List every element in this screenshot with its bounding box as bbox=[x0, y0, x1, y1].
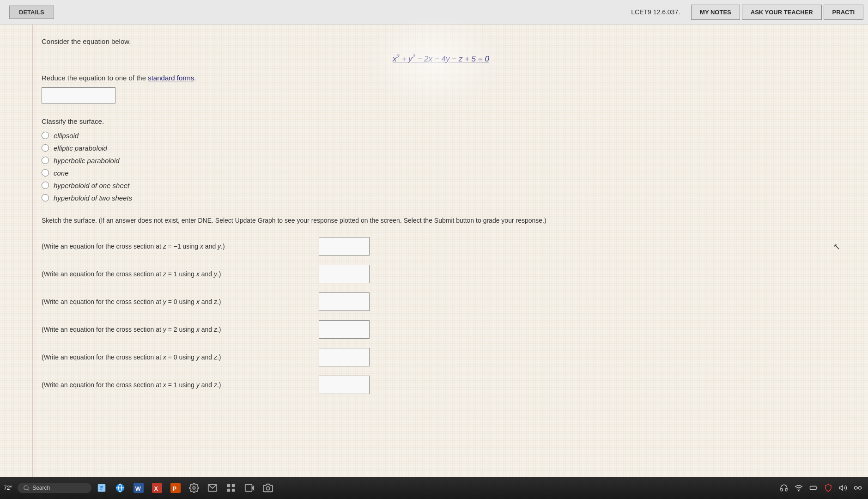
taskbar: 72° Search W X P bbox=[0, 477, 868, 499]
tab-details[interactable]: DETAILS bbox=[9, 6, 54, 19]
practice-button[interactable]: PRACTI bbox=[824, 5, 863, 20]
radio-hyperboloid-two[interactable] bbox=[42, 194, 49, 201]
radio-label-ellipsoid: ellipsoid bbox=[54, 132, 79, 140]
standard-form-input[interactable] bbox=[42, 87, 115, 103]
standard-forms-link[interactable]: standard forms bbox=[148, 74, 194, 82]
svg-rect-20 bbox=[810, 486, 817, 490]
content-area: Consider the equation below. x2 + y2 − 2… bbox=[0, 24, 868, 487]
cross-section-input-x-0[interactable] bbox=[319, 348, 370, 366]
svg-text:X: X bbox=[154, 485, 158, 492]
radio-hyperboloid-one[interactable] bbox=[42, 182, 49, 189]
svg-marker-21 bbox=[840, 486, 843, 491]
tab-group: DETAILS bbox=[9, 6, 54, 19]
taskbar-app-powerpoint[interactable]: P bbox=[167, 480, 184, 496]
cursor-arrow: ↖ bbox=[833, 242, 840, 252]
cross-section-row-x-1: (Write an equation for the cross section… bbox=[42, 376, 840, 394]
svg-point-19 bbox=[798, 490, 799, 491]
cross-section-row-z-1: (Write an equation for the cross section… bbox=[42, 265, 840, 283]
svg-rect-15 bbox=[232, 489, 235, 492]
left-margin-line bbox=[32, 24, 33, 487]
cross-section-row-x-0: (Write an equation for the cross section… bbox=[42, 348, 840, 366]
radio-label-hyperboloid-two: hyperboloid of two sheets bbox=[54, 194, 132, 202]
cross-section-label-z-neg1: (Write an equation for the cross section… bbox=[42, 243, 310, 250]
radio-item-hyperboloid-one: hyperboloid of one sheet bbox=[42, 182, 840, 189]
temperature-display: 72° bbox=[4, 485, 12, 491]
my-notes-button[interactable]: MY NOTES bbox=[691, 5, 740, 20]
reduce-label: Reduce the equation to one of the standa… bbox=[42, 74, 840, 82]
cross-section-row-y-0: (Write an equation for the cross section… bbox=[42, 292, 840, 311]
top-bar: DETAILS LCET9 12.6.037. MY NOTES ASK YOU… bbox=[0, 0, 868, 24]
radio-item-ellipsoid: ellipsoid bbox=[42, 132, 840, 140]
radio-item-hyperbolic-paraboloid: hyperbolic paraboloid bbox=[42, 157, 840, 164]
svg-line-1 bbox=[28, 489, 29, 491]
radio-label-elliptic-paraboloid: elliptic paraboloid bbox=[54, 144, 107, 152]
radio-label-hyperboloid-one: hyperboloid of one sheet bbox=[54, 182, 129, 189]
cross-section-input-y-0[interactable] bbox=[319, 292, 370, 311]
taskbar-app-x[interactable]: X bbox=[149, 480, 165, 496]
svg-text:P: P bbox=[173, 485, 177, 492]
radio-item-hyperboloid-two: hyperboloid of two sheets bbox=[42, 194, 840, 202]
svg-point-18 bbox=[266, 487, 269, 490]
equation-display: x2 + y2 − 2x − 4y − z + 5 = 0 bbox=[42, 54, 840, 64]
cross-section-label-x-1: (Write an equation for the cross section… bbox=[42, 381, 310, 389]
classify-radio-group: ellipsoid elliptic paraboloid hyperbolic… bbox=[42, 132, 840, 202]
cross-section-label-y-0: (Write an equation for the cross section… bbox=[42, 298, 310, 305]
taskbar-search-box[interactable]: Search bbox=[18, 483, 91, 493]
cross-section-input-y-2[interactable] bbox=[319, 320, 370, 339]
radio-elliptic-paraboloid[interactable] bbox=[42, 144, 49, 152]
svg-rect-13 bbox=[232, 484, 235, 487]
search-icon bbox=[23, 485, 30, 491]
taskbar-app-grid[interactable] bbox=[223, 480, 239, 496]
svg-point-0 bbox=[24, 486, 28, 490]
taskbar-app-settings[interactable] bbox=[186, 480, 202, 496]
taskbar-app-email[interactable] bbox=[204, 480, 221, 496]
taskbar-app-camera[interactable] bbox=[260, 480, 276, 496]
radio-label-cone: cone bbox=[54, 169, 69, 177]
svg-rect-14 bbox=[227, 489, 230, 492]
cross-section-input-x-1[interactable] bbox=[319, 376, 370, 394]
radio-cone[interactable] bbox=[42, 169, 49, 176]
consider-label: Consider the equation below. bbox=[42, 37, 840, 45]
cross-section-label-x-0: (Write an equation for the cross section… bbox=[42, 353, 310, 361]
taskbar-search-label: Search bbox=[32, 485, 50, 491]
taskbar-system-icon-1[interactable] bbox=[777, 481, 790, 494]
taskbar-right-section bbox=[777, 481, 864, 494]
radio-item-cone: cone bbox=[42, 169, 840, 177]
ask-teacher-button[interactable]: ASK YOUR TEACHER bbox=[742, 5, 822, 20]
taskbar-app-word[interactable]: W bbox=[130, 480, 147, 496]
taskbar-shield-icon[interactable] bbox=[822, 481, 835, 494]
cross-section-input-z-1[interactable] bbox=[319, 265, 370, 283]
cross-section-label-z-1: (Write an equation for the cross section… bbox=[42, 270, 310, 278]
taskbar-battery-icon bbox=[807, 481, 820, 494]
svg-rect-16 bbox=[245, 485, 252, 492]
classify-label: Classify the surface. bbox=[42, 117, 840, 125]
lcet-label: LCET9 12.6.037. bbox=[631, 8, 680, 16]
taskbar-wifi-icon[interactable] bbox=[792, 481, 805, 494]
radio-label-hyperbolic-paraboloid: hyperbolic paraboloid bbox=[54, 157, 120, 164]
cross-section-label-y-2: (Write an equation for the cross section… bbox=[42, 326, 310, 333]
radio-ellipsoid[interactable] bbox=[42, 132, 49, 139]
svg-point-10 bbox=[193, 487, 195, 489]
taskbar-app-video[interactable] bbox=[241, 480, 258, 496]
cross-section-input-z-neg1[interactable] bbox=[319, 237, 370, 256]
taskbar-infinity-icon[interactable] bbox=[851, 481, 864, 494]
cross-section-row-y-2: (Write an equation for the cross section… bbox=[42, 320, 840, 339]
svg-rect-12 bbox=[227, 484, 230, 487]
cross-section-row-z-neg1: (Write an equation for the cross section… bbox=[42, 237, 840, 256]
radio-item-elliptic-paraboloid: elliptic paraboloid bbox=[42, 144, 840, 152]
taskbar-volume-icon[interactable] bbox=[837, 481, 850, 494]
svg-text:W: W bbox=[135, 485, 141, 492]
sketch-instruction: Sketch the surface. (If an answer does n… bbox=[42, 216, 840, 225]
taskbar-app-files[interactable] bbox=[93, 480, 110, 496]
radio-hyperbolic-paraboloid[interactable] bbox=[42, 157, 49, 164]
taskbar-app-browser1[interactable] bbox=[112, 480, 128, 496]
